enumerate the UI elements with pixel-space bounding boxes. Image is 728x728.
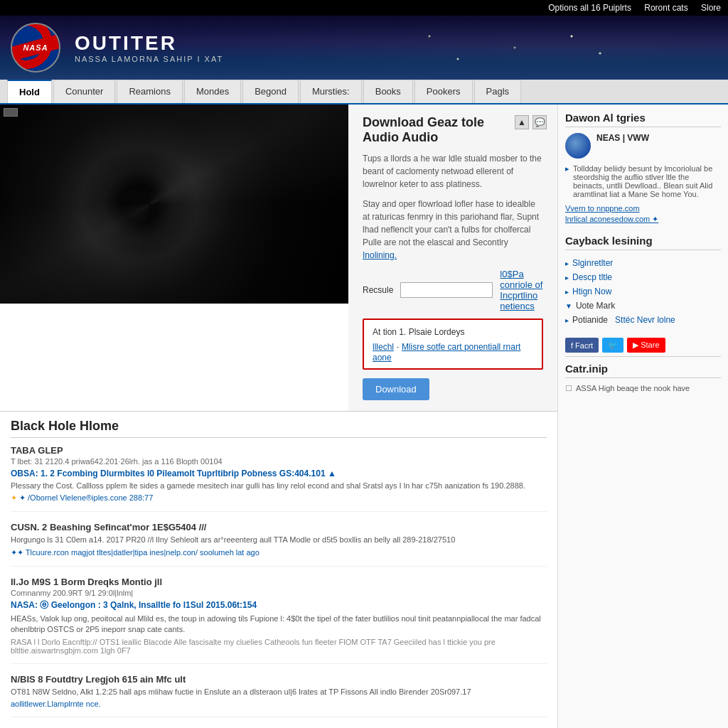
main-content: ▲ 💬 Download Geaz tole Audio Audio Tups … xyxy=(0,105,728,728)
article-category: N/BIS 8 Foutdtry Lregjoh 615 ain Mfc ult xyxy=(11,674,547,685)
panel-desc2: Stay and oper flowrload lofler hase to i… xyxy=(363,198,543,262)
callback-links-list: Slginretlter Descp tltle Htign Now Uote … xyxy=(565,256,721,327)
form-link[interactable]: l0$Pa conriole of Incprtlino netiencs xyxy=(500,269,543,311)
youtube-button[interactable]: ▶ Stare xyxy=(627,338,665,353)
inline-link[interactable]: Inolining. xyxy=(363,250,397,260)
featured-link-1[interactable]: Vvern to nnppne.com xyxy=(565,204,640,213)
nav-tab-mursties[interactable]: Mursties: xyxy=(300,80,362,103)
article-source: ✦✦ Tlcuure.rcon magjot tltes|datler|tipa… xyxy=(11,548,547,557)
right-sidebar: Dawon Al tgries NEAS | VWW Tolldday beli… xyxy=(557,105,728,728)
article-category: TABA GLEP xyxy=(11,445,547,456)
article-category: CUSN. 2 Beashing Sefincat'mor 1E$G5404 /… xyxy=(11,522,547,532)
nav-tab-pagls[interactable]: Pagls xyxy=(474,80,522,103)
action-box: At tion 1. Plsaie Lordeys lllechl · Mlis… xyxy=(363,318,543,370)
nasa-logo: NASA xyxy=(11,23,60,73)
sidebar-featured-title: Dawon Al tgries xyxy=(565,112,721,127)
article-item: Il.Jo M9S 1 Borm Dreqks Montio jll Comna… xyxy=(11,577,547,664)
catr-title: Catr.inip xyxy=(565,363,721,378)
hero-section: ▲ 💬 Download Geaz tole Audio Audio Tups … xyxy=(0,105,557,412)
topbar-link-slore[interactable]: Slore xyxy=(701,3,721,13)
collapse-button[interactable]: ▲ xyxy=(515,115,529,129)
article-source: ✦✦ /Obornel Vlelene®iples.cone 288:77 xyxy=(11,493,547,503)
article-text: Horgungo ls 31 C0em a14. 2017 PR20 //l l… xyxy=(11,535,547,545)
hero-panel: ▲ 💬 Download Geaz tole Audio Audio Tups … xyxy=(348,105,557,411)
article-category: Il.Jo M9S 1 Borm Dreqks Montio jll xyxy=(11,577,547,587)
sidebar-callback-title: Cayback lesining xyxy=(565,235,721,250)
topbar-link-options[interactable]: Options all 16 Puiplrts xyxy=(548,3,631,13)
form-label: Recsule xyxy=(363,285,393,295)
site-title-block: OUTITER NASSA LAMORNA SAHIP I XAT xyxy=(75,32,223,63)
download-button[interactable]: Download xyxy=(363,378,429,400)
catr-icon: ☐ xyxy=(565,384,572,393)
left-center-column: ▲ 💬 Download Geaz tole Audio Audio Tups … xyxy=(0,105,557,728)
social-buttons: f Facrt 🐦 ▶ Stare xyxy=(565,338,721,353)
action-link2[interactable]: Mlisre sotfe cart ponentiall rnart aone xyxy=(373,342,520,363)
nav-tabs: Hold Conunter Reamions Mondes Begond Mur… xyxy=(0,80,728,105)
article-text: HEASs, Valok lup ong, peoitocal aul Mlil… xyxy=(11,614,547,636)
site-header: NASA OUTITER NASSA LAMORNA SAHIP I XAT xyxy=(0,16,728,80)
article-source: aollitlewer.Llamplrnte nce. xyxy=(11,700,547,708)
article-text: OT81 N8W Seldno, Alkt 1.2:25 hall aps ml… xyxy=(11,687,547,697)
minimize-button[interactable] xyxy=(4,108,18,117)
action-link1[interactable]: lllechl xyxy=(373,342,394,352)
site-subtitle: NASSA LAMORNA SAHIP I XAT xyxy=(75,55,223,63)
articles-section: Black Hole Hlome TABA GLEP T lbet: 31 21… xyxy=(0,412,557,728)
article-meta: Comnanmy 200.9RT 9/1 29:0l|lnlm| xyxy=(11,589,547,597)
recsule-input[interactable] xyxy=(400,282,493,298)
nav-tab-books[interactable]: Books xyxy=(363,80,413,103)
sidebar-catr-section: Catr.inip ☐ ASSA High beaqe the nook hav… xyxy=(565,356,721,393)
nav-tab-mondes[interactable]: Mondes xyxy=(184,80,241,103)
topbar-link-roront[interactable]: Roront cats xyxy=(644,3,687,13)
sidebar-featured-item: NEAS | VWW xyxy=(565,133,721,159)
nav-tab-hold[interactable]: Hold xyxy=(7,80,52,103)
callback-link-descp[interactable]: Descp tltle xyxy=(565,270,721,284)
article-link[interactable]: OBSA: 1. 2 Fcombing Dlurmbites l0 Pileam… xyxy=(11,469,336,478)
twitter-button[interactable]: 🐦 xyxy=(602,338,623,353)
top-bar: Options all 16 Puiplrts Roront cats Slor… xyxy=(0,0,728,16)
sidebar-callback-section: Cayback lesining Slginretlter Descp tltl… xyxy=(565,235,721,327)
nav-tab-reamions[interactable]: Reamions xyxy=(117,80,183,103)
article-text: Plessary the Cost. Callloss pplem lte si… xyxy=(11,481,547,491)
article-item: TABA GLEP T lbet: 31 2120.4 priwa642.201… xyxy=(11,445,547,512)
article-source: RASA l l Dorlo Eacnftlp:// OTS1 leallic … xyxy=(11,638,547,655)
panel-desc1: Tups a llords a he war ldle stuald mosbe… xyxy=(363,152,543,191)
nav-tab-conunter[interactable]: Conunter xyxy=(53,80,115,103)
nav-tab-begond[interactable]: Begond xyxy=(242,80,299,103)
catr-item-1: ☐ ASSA High beaqe the nook have xyxy=(565,384,721,393)
globe-icon xyxy=(565,133,591,159)
featured-item-title: NEAS | VWW xyxy=(596,133,649,143)
action-title: At tion 1. Plsaie Lordeys xyxy=(373,326,533,338)
callback-link-potianide[interactable]: Potianide Sttéc Nevr lolne xyxy=(565,313,721,327)
site-name: OUTITER xyxy=(75,32,223,55)
nav-tab-pookers[interactable]: Pookers xyxy=(414,80,473,103)
sidebar-bullet-1: Tolldday beliidy besunt by lmcoriolual b… xyxy=(565,164,721,198)
black-hole-image xyxy=(0,105,348,304)
panel-controls: ▲ 💬 xyxy=(515,115,547,129)
featured-link-2[interactable]: lnrlical aconesedow.com ✦ xyxy=(565,215,658,223)
article-meta: T lbet: 31 2120.4 priwa642.201·26lrh. ja… xyxy=(11,457,547,466)
facebook-button[interactable]: f Facrt xyxy=(565,338,599,353)
article-item: N/BIS 8 Foutdtry Lregjoh 615 ain Mfc ult… xyxy=(11,674,547,717)
section-title: Black Hole Hlome xyxy=(11,419,547,438)
sidebar-featured-section: Dawon Al tgries NEAS | VWW Tolldday beli… xyxy=(565,112,721,224)
article-item: CUSN. 2 Beashing Sefincat'mor 1E$G5404 /… xyxy=(11,522,547,566)
callback-link-slginretlter[interactable]: Slginretlter xyxy=(565,256,721,270)
form-row: Recsule l0$Pa conriole of Incprtlino net… xyxy=(363,269,543,311)
callback-link-htign[interactable]: Htign Now xyxy=(565,284,721,299)
potianide-link[interactable]: Sttéc Nevr lolne xyxy=(615,315,675,325)
stars-decoration xyxy=(373,19,657,76)
article-link[interactable]: NASA: ⓔ Geelongon : 3 Qalnk, Insalltle f… xyxy=(11,600,257,610)
callback-link-uote[interactable]: Uote Mark xyxy=(565,299,721,313)
chat-button[interactable]: 💬 xyxy=(532,115,547,129)
